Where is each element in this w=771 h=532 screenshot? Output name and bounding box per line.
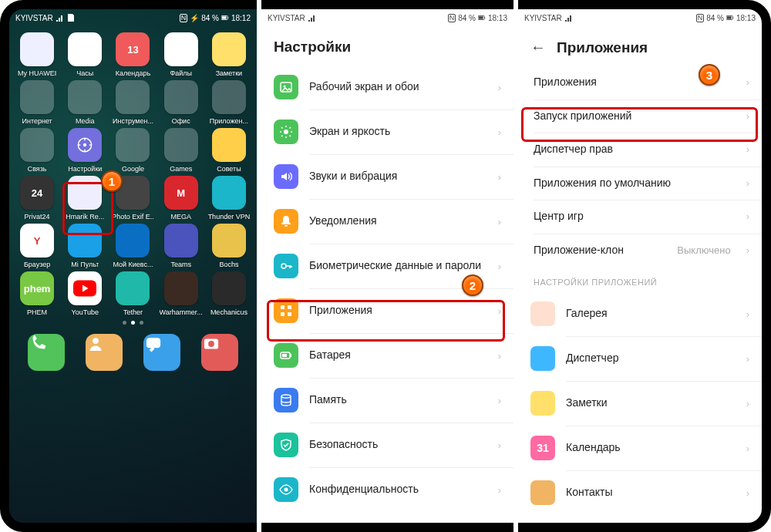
app-mega[interactable]: MMEGA [158, 176, 204, 221]
svg-rect-1 [222, 16, 227, 19]
page-title: Приложения [557, 39, 648, 56]
home-grid: My HUAWEIЧасы13КалендарьФайлыЗаметкиИнте… [9, 26, 257, 316]
apps-row[interactable]: Диспетчер прав› [518, 133, 762, 167]
back-button[interactable]: ← [530, 39, 546, 56]
settings-row-image[interactable]: Рабочий экран и обои› [261, 65, 513, 109]
row-label: Приложение-клон [534, 244, 666, 258]
dock-phone[interactable] [28, 334, 65, 371]
app-файлы[interactable]: Файлы [158, 32, 204, 77]
app-приложен-[interactable]: Приложен... [206, 80, 252, 125]
app-settings-row[interactable]: Заметки› [518, 381, 762, 426]
app-label: Google [122, 165, 144, 173]
settings-row-sun[interactable]: Экран и яркость› [261, 109, 513, 154]
chevron-right-icon: › [498, 484, 501, 496]
image-icon [274, 75, 298, 99]
svg-point-37 [284, 488, 288, 492]
app-label: MEGA [170, 213, 191, 221]
svg-rect-15 [479, 16, 483, 19]
bell-icon [274, 209, 298, 234]
svg-line-24 [281, 127, 283, 129]
row-label: Диспетчер [566, 352, 736, 365]
app-label: Файлы [170, 69, 192, 77]
nfc-icon: N [180, 14, 188, 22]
app-my-huawei[interactable]: My HUAWEI [14, 32, 60, 77]
svg-point-19 [284, 130, 288, 134]
chevron-right-icon: › [746, 443, 749, 454]
apps-row[interactable]: Запуск приложений› [518, 99, 762, 133]
app-label: Teams [170, 261, 191, 268]
apps-row[interactable]: Центр игр› [518, 200, 762, 234]
settings-row-volume[interactable]: Звуки и вибрация› [261, 154, 513, 199]
app-settings-row[interactable]: 31Календарь› [518, 426, 762, 470]
app-браузер[interactable]: YБраузер [14, 224, 60, 268]
bluetooth-icon: ⚡ [190, 14, 199, 22]
apps-panel: KYIVSTAR N 84 % 18:13 ← Приложения Прило… [518, 9, 762, 523]
app-часы[interactable]: Часы [62, 32, 108, 77]
app-интернет[interactable]: Интернет [14, 80, 60, 125]
row-sub: Выключено [677, 244, 730, 256]
app-label: Приложен... [210, 117, 248, 125]
app-games[interactable]: Games [158, 128, 204, 173]
row-label: Приложения по умолчанию [534, 177, 736, 190]
app-settings-row[interactable]: Галерея› [518, 291, 762, 336]
settings-row-battery[interactable]: Батарея› [261, 333, 513, 378]
app-thunder-vpn[interactable]: Thunder VPN [206, 176, 252, 221]
dock-camera[interactable] [201, 334, 238, 371]
chevron-right-icon: › [498, 82, 501, 93]
svg-rect-40 [732, 17, 733, 19]
app-teams[interactable]: Teams [158, 224, 204, 268]
apps-list: Приложения›Запуск приложений›Диспетчер п… [518, 66, 762, 515]
dock-messages[interactable] [143, 334, 180, 371]
row-label: Экран и яркость [309, 125, 487, 139]
app-privat24[interactable]: 24Privat24 [14, 176, 60, 221]
app-mechanicus[interactable]: Mechanicus [206, 271, 252, 316]
app-icon [530, 346, 555, 371]
app-связь[interactable]: Связь [14, 128, 60, 173]
app-bochs[interactable]: Bochs [206, 224, 252, 268]
app-google[interactable]: Google [109, 128, 156, 173]
app-label: Браузер [24, 261, 50, 268]
app-заметки[interactable]: Заметки [206, 32, 252, 77]
app-советы[interactable]: Советы [206, 128, 252, 173]
app-tether[interactable]: Tether [109, 271, 156, 316]
apps-row[interactable]: Приложения по умолчанию› [518, 167, 762, 200]
grid-icon [274, 298, 298, 323]
nfc-icon: N [696, 14, 705, 22]
carrier-label: KYIVSTAR [15, 14, 53, 22]
row-label: Рабочий экран и обои [309, 80, 487, 94]
chevron-right-icon: › [746, 210, 749, 222]
app-settings-row[interactable]: Диспетчер› [518, 336, 762, 381]
eye-icon [274, 477, 298, 502]
battery-icon [478, 14, 486, 22]
apps-row[interactable]: Приложение-клонВыключено› [518, 234, 762, 268]
app-label: Мой Киевс... [113, 261, 153, 268]
svg-rect-16 [484, 17, 485, 19]
row-label: Запуск приложений [534, 109, 736, 123]
app-warhammer-[interactable]: Warhammer... [158, 271, 204, 316]
apps-row[interactable]: Приложения› [518, 66, 762, 99]
settings-row-eye[interactable]: Конфиденциальность› [261, 467, 513, 512]
row-label: Контакты [566, 486, 736, 500]
dock-contacts[interactable] [86, 334, 123, 371]
svg-line-27 [290, 127, 291, 129]
row-label: Галерея [566, 307, 736, 321]
settings-row-bell[interactable]: Уведомления› [261, 199, 513, 244]
app-офис[interactable]: Офис [158, 80, 204, 125]
app-мой-киевс-[interactable]: Мой Киевс... [109, 224, 156, 268]
app-icon [530, 480, 555, 505]
row-label: Уведомления [309, 214, 487, 228]
home-screen-panel: KYIVSTAR N ⚡ 84 % 18:12 My HUAWEIЧасы13К… [9, 9, 257, 523]
app-media[interactable]: Media [62, 80, 108, 125]
page-title: Настройки [274, 39, 351, 56]
app-календарь[interactable]: 13Календарь [109, 32, 156, 77]
battery-label: 84 % [201, 14, 219, 22]
app-mi-пульт[interactable]: Mi Пульт [62, 224, 108, 268]
settings-row-shield[interactable]: Безопасность› [261, 423, 513, 467]
app-инструмен-[interactable]: Инструмен... [109, 80, 156, 125]
app-настройки[interactable]: Настройки [62, 128, 108, 173]
app-phem[interactable]: phemPHEM [14, 271, 60, 316]
app-youtube[interactable]: YouTube [62, 271, 108, 316]
settings-row-storage[interactable]: Память› [261, 378, 513, 423]
app-settings-row[interactable]: Контакты› [518, 470, 762, 515]
dock [9, 329, 257, 377]
